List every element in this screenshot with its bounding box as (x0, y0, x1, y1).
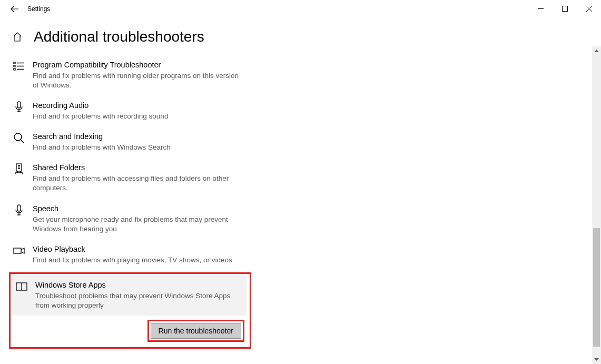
maximize-button[interactable] (553, 0, 577, 17)
minimize-icon (538, 6, 544, 12)
svg-rect-4 (17, 102, 21, 108)
troubleshooter-program-compatibility[interactable]: Program Compatibility Troubleshooter Fin… (12, 55, 251, 95)
titlebar: Settings (0, 0, 601, 18)
window-controls (528, 0, 601, 17)
troubleshooter-shared-folders[interactable]: Shared Folders Find and fix problems wit… (12, 158, 251, 198)
scroll-down-button[interactable] (592, 355, 601, 364)
troubleshooter-desc: Find and fix problems with recording sou… (33, 112, 245, 121)
troubleshooter-title: Speech (33, 204, 245, 214)
chevron-down-icon (594, 358, 599, 361)
troubleshooter-list: Program Compatibility Troubleshooter Fin… (0, 55, 251, 349)
page-title: Additional troubleshooters (34, 28, 204, 45)
troubleshooter-title: Program Compatibility Troubleshooter (33, 60, 245, 70)
back-arrow-icon (11, 5, 19, 13)
app-title: Settings (27, 5, 50, 13)
troubleshooter-title: Search and Indexing (33, 132, 245, 142)
shared-folders-icon (12, 163, 26, 178)
troubleshooter-recording-audio[interactable]: Recording Audio Find and fix problems wi… (12, 95, 251, 126)
run-troubleshooter-button[interactable]: Run the troubleshooter (151, 323, 241, 339)
program-compatibility-icon (12, 60, 26, 75)
svg-rect-1 (14, 62, 15, 64)
close-icon (586, 6, 592, 12)
troubleshooter-windows-store-apps[interactable]: Windows Store Apps Troubleshoot problems… (12, 275, 247, 316)
speech-icon (12, 204, 26, 219)
video-icon (12, 244, 26, 259)
troubleshooter-desc: Find and fix problems with accessing fil… (33, 174, 245, 193)
minimize-button[interactable] (528, 0, 553, 17)
troubleshooter-video-playback[interactable]: Video Playback Find and fix problems wit… (12, 239, 251, 270)
chevron-up-icon (594, 50, 599, 52)
troubleshooter-desc: Find and fix problems with playing movie… (33, 255, 245, 265)
svg-rect-8 (14, 248, 21, 253)
troubleshooter-search-indexing[interactable]: Search and Indexing Find and fix problem… (12, 126, 251, 158)
store-apps-icon (14, 280, 29, 295)
svg-point-5 (14, 133, 22, 141)
troubleshooter-desc: Find and fix problems with running older… (33, 71, 245, 90)
microphone-icon (12, 101, 26, 115)
troubleshooter-desc: Get your microphone ready and fix proble… (33, 215, 245, 234)
troubleshooter-desc: Troubleshoot problems that may prevent W… (35, 291, 240, 310)
close-button[interactable] (577, 0, 601, 17)
maximize-icon (562, 6, 568, 12)
svg-rect-2 (14, 65, 15, 67)
highlighted-troubleshooter: Windows Store Apps Troubleshoot problems… (9, 272, 251, 349)
back-button[interactable] (6, 1, 23, 17)
scroll-up-button[interactable] (592, 46, 601, 55)
scroll-thumb[interactable] (593, 228, 600, 347)
troubleshooter-desc: Find and fix problems with Windows Searc… (33, 143, 245, 152)
search-icon (12, 132, 26, 146)
page-header: Additional troubleshooters (0, 18, 601, 55)
svg-rect-7 (17, 205, 21, 211)
troubleshooter-title: Video Playback (33, 244, 245, 254)
troubleshooter-title: Windows Store Apps (35, 280, 240, 290)
svg-rect-6 (16, 164, 22, 171)
vertical-scrollbar[interactable] (592, 46, 601, 364)
troubleshooter-title: Shared Folders (33, 163, 245, 173)
home-icon[interactable] (12, 31, 23, 43)
run-troubleshooter-highlight: Run the troubleshooter (147, 320, 244, 342)
svg-rect-0 (562, 6, 567, 11)
svg-rect-3 (14, 68, 15, 70)
troubleshooter-title: Recording Audio (33, 101, 245, 111)
troubleshooter-speech[interactable]: Speech Get your microphone ready and fix… (12, 199, 251, 239)
